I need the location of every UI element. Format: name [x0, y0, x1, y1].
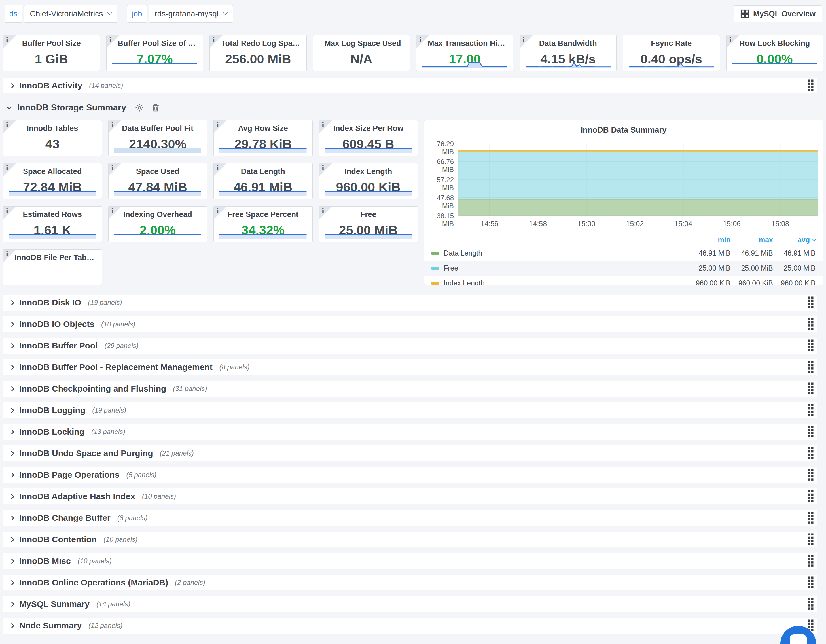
dashboard-row[interactable]: InnoDB Checkpointing and Flushing(31 pan… — [3, 381, 817, 397]
panel-info-icon[interactable] — [107, 36, 120, 48]
dashboard-row[interactable]: InnoDB Buffer Pool - Replacement Managem… — [3, 359, 817, 375]
drag-handle[interactable] — [808, 469, 814, 481]
series-avg-value: 960.00 KiB — [773, 279, 815, 285]
drag-handle[interactable] — [808, 404, 814, 417]
row-panel-count: (13 panels) — [91, 428, 125, 436]
job-select[interactable]: rds-grafana-mysql — [149, 5, 233, 23]
dashboard-row[interactable]: InnoDB IO Objects(10 panels) — [3, 316, 817, 332]
panel-info-icon[interactable] — [520, 36, 533, 48]
dashboard-row[interactable]: MySQL Summary(14 panels) — [3, 596, 817, 612]
y-tick-label: 76.29 MiB — [424, 140, 454, 156]
panel-info-icon[interactable] — [727, 36, 739, 48]
row-title: InnoDB Page Operations — [19, 470, 120, 480]
panel-info-icon[interactable] — [3, 249, 16, 262]
dashboard-row[interactable]: InnoDB Disk IO(19 panels) — [3, 295, 817, 311]
legend-sort-max[interactable]: max — [730, 236, 773, 244]
panel-info-icon[interactable] — [214, 121, 227, 133]
dashboard-row[interactable]: InnoDB Adaptive Hash Index(10 panels) — [3, 488, 817, 504]
legend-header-label: min — [718, 236, 730, 244]
drag-handle[interactable] — [808, 598, 814, 611]
panel-info-icon[interactable] — [109, 164, 121, 176]
dashboard-row[interactable]: InnoDB Locking(13 panels) — [3, 424, 817, 440]
panel-info-icon[interactable] — [3, 207, 16, 219]
stat-panel: InnoDB File Per Tab… — [3, 249, 102, 285]
chevron-right-icon — [9, 472, 14, 477]
stat-panel-title: Avg Row Size — [214, 124, 312, 133]
drag-handle[interactable] — [808, 382, 814, 395]
ds-label: ds — [9, 9, 17, 19]
panel-info-icon[interactable] — [416, 36, 429, 48]
panel-info-icon[interactable] — [319, 121, 332, 133]
drag-handle[interactable] — [808, 555, 814, 568]
panel-info-icon[interactable] — [210, 36, 222, 48]
legend-series-toggle[interactable]: Index Length — [431, 279, 688, 285]
chevron-right-icon — [9, 322, 14, 327]
chevron-right-icon — [9, 300, 14, 305]
job-label: job — [132, 9, 142, 19]
row-delete-trash-icon[interactable] — [151, 103, 160, 112]
panel-info-icon[interactable] — [319, 207, 332, 219]
drag-handle[interactable] — [808, 533, 814, 546]
row-settings-gear-icon[interactable] — [135, 103, 144, 113]
dashboard-row[interactable]: InnoDB Contention(10 panels) — [3, 531, 817, 547]
panel-info-icon[interactable] — [214, 207, 227, 219]
series-max-value: 25.00 MiB — [730, 264, 773, 272]
dashboard-row[interactable]: InnoDB Misc(10 panels) — [3, 553, 817, 569]
panel-info-icon[interactable] — [214, 164, 227, 176]
row-title: InnoDB Adaptive Hash Index — [19, 492, 135, 501]
row-title: InnoDB Change Buffer — [19, 513, 110, 523]
sparkline — [325, 146, 412, 153]
drag-handle[interactable] — [808, 296, 814, 309]
sparkline-holder — [216, 60, 301, 68]
drag-handle[interactable] — [808, 426, 814, 438]
drag-handle[interactable] — [808, 79, 814, 92]
legend-sort-avg[interactable]: avg — [773, 236, 815, 244]
chevron-right-icon — [9, 451, 14, 456]
drag-handle[interactable] — [808, 576, 814, 589]
drag-handle[interactable] — [808, 339, 814, 352]
dashboard-row[interactable]: Node Summary(12 panels) — [3, 618, 817, 633]
dashboard-row[interactable]: InnoDB Undo Space and Purging(21 panels) — [3, 445, 817, 461]
dashboard-row[interactable]: InnoDB Online Operations (MariaDB)(2 pan… — [3, 574, 817, 590]
stat-panel-title: Innodb Tables — [3, 124, 102, 133]
drag-handle[interactable] — [808, 490, 814, 503]
drag-handle[interactable] — [808, 447, 814, 460]
chevron-right-icon — [9, 537, 14, 542]
series-name: Free — [444, 264, 458, 272]
chevron-right-icon — [9, 516, 14, 520]
legend-sort-min[interactable]: min — [688, 236, 730, 244]
row-innodb-storage-summary-header[interactable]: InnoDB Storage Summary — [7, 99, 826, 116]
drag-handle[interactable] — [808, 318, 814, 331]
chevron-down-icon — [107, 11, 112, 15]
dashboard-row[interactable]: InnoDB Page Operations(5 panels) — [3, 467, 817, 483]
y-tick-label: 66.76 MiB — [424, 158, 454, 174]
dashboard-row[interactable]: InnoDB Activity(14 panels) — [3, 77, 817, 93]
panel-info-icon[interactable] — [3, 164, 16, 176]
row-title: InnoDB Buffer Pool — [19, 341, 98, 350]
panel-info-icon[interactable] — [109, 207, 121, 219]
legend-row: Data Length46.91 MiB46.91 MiB46.91 MiB — [424, 246, 823, 261]
panel-info-icon[interactable] — [319, 164, 332, 176]
drag-handle[interactable] — [808, 361, 814, 374]
legend-row: Free25.00 MiB25.00 MiB25.00 MiB — [424, 261, 823, 276]
dashboard-row[interactable]: InnoDB Buffer Pool(29 panels) — [3, 338, 817, 354]
panel-info-icon[interactable] — [109, 121, 121, 133]
row-panel-count: (19 panels) — [88, 299, 122, 307]
innodb-data-summary-chart[interactable] — [458, 144, 818, 215]
legend-series-toggle[interactable]: Data Length — [431, 249, 688, 257]
mysql-overview-button[interactable]: MySQL Overview — [734, 5, 822, 22]
stat-panel: Data Buffer Pool Fit2140.30% — [108, 120, 208, 156]
drag-handle[interactable] — [808, 512, 814, 525]
stat-panel-title: Buffer Pool Size — [3, 39, 100, 48]
sparkline — [732, 60, 818, 68]
dashboard-row[interactable]: InnoDB Change Buffer(8 panels) — [3, 510, 817, 526]
sparkline — [9, 189, 96, 196]
legend-series-toggle[interactable]: Free — [431, 264, 688, 272]
panel-info-icon[interactable] — [3, 36, 16, 48]
datasource-select[interactable]: Chief-VictoriaMetrics — [24, 5, 118, 23]
sparkline-holder — [9, 232, 96, 239]
y-tick-label: 47.68 MiB — [424, 194, 454, 210]
dashboard-row[interactable]: InnoDB Logging(19 panels) — [3, 402, 817, 418]
panel-info-icon[interactable] — [3, 121, 16, 133]
job-label-box: job — [127, 5, 147, 23]
